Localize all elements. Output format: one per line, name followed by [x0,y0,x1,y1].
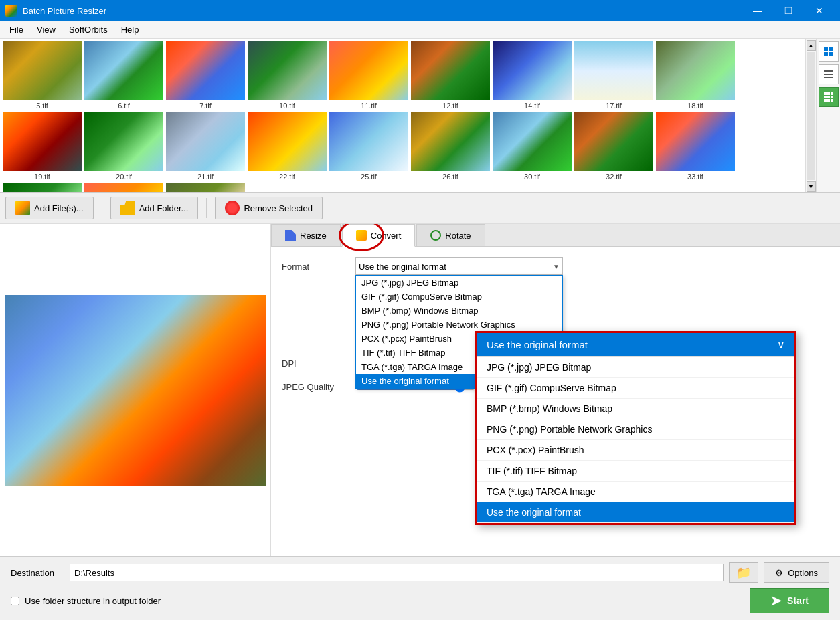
thumb-label: 21.tif [197,173,214,181]
thumbnail-image [411,112,490,171]
large-format-option-gif[interactable]: GIF (*.gif) CompuServe Bitmap [477,378,794,399]
thumb-item[interactable]: 26.tif [411,112,490,181]
thumbnail-image [248,41,327,100]
thumb-item[interactable]: 14.tif [493,41,572,110]
thumb-label: 26.tif [442,173,458,181]
large-dropdown-list: JPG (*.jpg) JPEG Bitmap GIF (*.gif) Comp… [477,356,794,523]
thumb-item[interactable]: 21.tif [166,112,245,181]
thumb-label: 12.tif [442,102,458,110]
tab-convert-label: Convert [371,231,402,241]
tab-convert[interactable]: Convert [342,224,416,247]
svg-rect-6 [824,77,833,78]
add-folder-button[interactable]: Add Folder... [110,197,199,219]
large-format-option-tga[interactable]: TGA (*.tga) TARGA Image [477,482,794,502]
thumb-item[interactable]: 33.tif [656,112,735,181]
thumb-label: 7.tif [199,102,212,110]
format-option-jpg[interactable]: JPG (*.jpg) JPEG Bitmap [356,276,562,290]
menu-help[interactable]: Help [114,23,146,36]
svg-rect-12 [831,96,833,98]
large-dropdown-overlay: Use the original format ∨ JPG (*.jpg) JP… [475,331,796,525]
thumb-item[interactable]: 12.tif [411,41,490,110]
svg-rect-10 [824,96,827,98]
close-button[interactable]: ✕ [804,0,835,21]
thumb-label: 10.tif [279,102,295,110]
thumb-item[interactable]: 37.tif [84,183,163,192]
thumb-item[interactable]: 7.tif [166,41,245,110]
scroll-up-button[interactable]: ▲ [807,40,816,51]
format-option-bmp[interactable]: BMP (*.bmp) Windows Bitmap [356,304,562,318]
menu-file[interactable]: File [3,23,30,36]
thumb-label: 25.tif [361,173,377,181]
tab-rotate[interactable]: Rotate [416,224,485,246]
start-button[interactable]: ➤ Start [750,588,829,613]
menu-softorbits[interactable]: SoftOrbits [62,23,114,36]
thumb-item[interactable]: 10.tif [248,41,327,110]
minimize-button[interactable]: — [742,0,773,21]
scroll-down-button[interactable]: ▼ [807,181,816,192]
thumb-item[interactable]: 11.tif [329,41,408,110]
thumbnail-image [84,41,163,100]
thumbnail-image [84,183,163,192]
thumb-item[interactable]: 32.tif [574,112,653,181]
thumb-item[interactable]: 38. [166,183,245,192]
format-row: Format Use the original format ▼ JPG (*.… [282,257,829,275]
format-option-gif[interactable]: GIF (*.gif) CompuServe Bitmap [356,290,562,304]
thumbnail-image [248,112,327,171]
thumb-item[interactable]: 5.tif [3,41,82,110]
add-files-label: Add File(s)... [34,203,84,213]
thumb-label: 22.tif [279,173,295,181]
destination-input[interactable] [70,564,724,581]
thumb-item[interactable]: 19.tif [3,112,82,181]
format-option-png[interactable]: PNG (*.png) Portable Network Graphics [356,318,562,332]
bottom-section: Destination 📁 ⚙ Options Use folder struc… [0,556,840,620]
thumb-item[interactable]: 20.tif [84,112,163,181]
large-format-option-tif[interactable]: TIF (*.tif) TIFF Bitmap [477,461,794,482]
thumbnail-image [166,41,245,100]
preview-image [5,295,266,486]
tab-resize-label: Resize [300,231,327,241]
browse-button[interactable]: 📁 [729,562,758,583]
thumb-item[interactable]: 18.tif [656,41,735,110]
large-format-option-png[interactable]: PNG (*.png) Portable Network Graphics [477,419,794,440]
list-view-button[interactable] [819,64,839,84]
thumb-label: 33.tif [687,173,703,181]
thumb-item[interactable]: 35.tif [3,183,82,192]
add-folder-icon [120,201,135,215]
thumb-label: 19.tif [34,173,50,181]
start-label: Start [787,595,809,606]
restore-button[interactable]: ❐ [773,0,804,21]
large-format-option-pcx[interactable]: PCX (*.pcx) PaintBrush [477,440,794,461]
add-files-icon [15,201,30,215]
large-format-option-original[interactable]: Use the original format [477,502,794,523]
add-files-button[interactable]: Add File(s)... [5,197,94,219]
format-select[interactable]: Use the original format ▼ [355,257,563,275]
svg-rect-8 [827,92,830,95]
menu-view[interactable]: View [30,23,62,36]
svg-rect-5 [824,74,833,75]
list-icon [823,69,834,80]
gallery-view-button[interactable] [819,41,839,62]
options-button[interactable]: ⚙ Options [764,562,829,583]
thumbnail-image [166,183,245,192]
thumb-item[interactable]: 25.tif [329,112,408,181]
remove-selected-button[interactable]: Remove Selected [215,197,323,219]
svg-rect-9 [831,92,833,95]
large-format-option-bmp[interactable]: BMP (*.bmp) Windows Bitmap [477,399,794,419]
main-container: 5.tif 6.tif 7.tif 10.tif 11.tif 12.tif [0,39,840,620]
thumb-item[interactable]: 17.tif [574,41,653,110]
thumb-item[interactable]: 6.tif [84,41,163,110]
gear-icon: ⚙ [775,568,783,578]
thumb-item[interactable]: 30.tif [493,112,572,181]
large-dropdown-header[interactable]: Use the original format ∨ [477,333,794,356]
strip-scrollbar: ▲ ▼ [805,39,816,192]
destination-label: Destination [11,568,64,578]
image-strip-container: 5.tif 6.tif 7.tif 10.tif 11.tif 12.tif [0,39,840,193]
grid-view-button[interactable] [819,87,839,107]
arrow-right-icon: ➤ [770,593,782,609]
large-format-option-jpg[interactable]: JPG (*.jpg) JPEG Bitmap [477,357,794,378]
folder-structure-checkbox[interactable] [11,597,19,605]
thumb-item[interactable]: 22.tif [248,112,327,181]
title-bar: Batch Picture Resizer — ❐ ✕ [0,0,840,21]
tab-resize[interactable]: Resize [271,224,341,246]
dpi-label: DPI [282,358,349,369]
